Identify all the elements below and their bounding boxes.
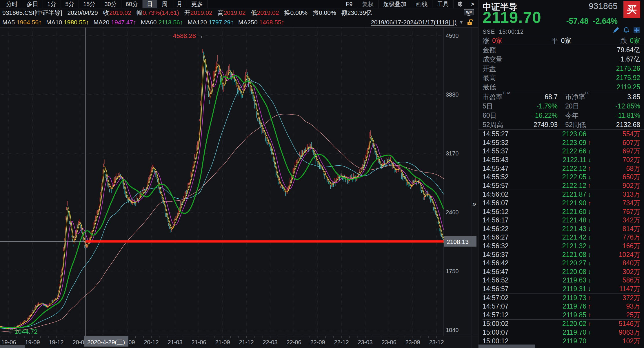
tick-time: 14:56:32 xyxy=(483,242,532,250)
panel-hscrollbar[interactable] xyxy=(479,345,535,348)
svg-text:23-03: 23-03 xyxy=(358,339,372,345)
breadth-label: 涨 xyxy=(483,37,489,44)
tick-row: 15:00:072119.70↓9063万 xyxy=(483,328,640,337)
unlock-icon[interactable] xyxy=(466,18,474,26)
tick-volume: 5146万 xyxy=(597,319,640,328)
tick-up-arrow-icon: ↑ xyxy=(586,139,597,146)
tick-down-arrow-icon: ↓ xyxy=(586,251,597,258)
expand-right-icon[interactable]: > xyxy=(467,0,478,8)
svg-text:1040: 1040 xyxy=(446,327,459,333)
tab-period-周[interactable]: 周 xyxy=(157,0,172,8)
tick-price: 2119.31 xyxy=(532,285,586,293)
tab-period-30分[interactable]: 30分 xyxy=(100,0,121,8)
perf-label: 52周低 xyxy=(565,120,586,129)
quote-field-value: 0.00% xyxy=(319,9,336,16)
tick-volume: 607万 xyxy=(597,138,640,147)
tick-row: 14:55:572122.12↑902万 xyxy=(483,182,640,191)
tick-down-arrow-icon: ↓ xyxy=(586,157,597,164)
chevron-down-icon[interactable]: ▼ xyxy=(459,19,464,25)
toolbar-action-工具[interactable]: 工具 xyxy=(432,0,453,8)
breadth-label: 跌 xyxy=(620,37,627,44)
perf-label: 市盈率TTM xyxy=(483,93,510,102)
tab-period-分时[interactable]: 分时 xyxy=(2,0,22,8)
toolbar-action-画线[interactable]: 画线 xyxy=(411,0,432,8)
chart-hscrollbar[interactable] xyxy=(0,345,25,348)
period-tabs: 分时多日1分5分15分30分60分日周月更多 xyxy=(0,0,208,8)
tab-period-多日[interactable]: 多日 xyxy=(22,0,43,8)
svg-text:21-06: 21-06 xyxy=(191,339,206,345)
ma-value: 1797.29↑ xyxy=(209,19,234,26)
tab-period-5分[interactable]: 5分 xyxy=(61,0,79,8)
ma-item-MA5: MA5 1964.56↑ xyxy=(2,19,41,26)
wp-monitor-icon[interactable]: WP xyxy=(464,9,474,17)
tick-row: 14:56:522119.63↓586万 xyxy=(483,276,640,285)
alert-bell-icon[interactable] xyxy=(623,27,630,34)
edit-pencil-icon[interactable] xyxy=(612,27,619,34)
tick-trade-list[interactable]: 14:55:272123.06554万14:55:322123.09↑607万1… xyxy=(483,130,640,345)
tick-down-arrow-icon: ↓ xyxy=(586,217,597,224)
tick-price: 2120.08 xyxy=(532,268,586,276)
tab-period-月[interactable]: 月 xyxy=(172,0,187,8)
tab-period-更多[interactable]: 更多 xyxy=(187,0,208,8)
symbol-label: 931865.CSI[中证半导] xyxy=(2,9,62,17)
stat-row-成交量: 成交量1.67亿 xyxy=(483,55,640,64)
tick-volume: 902万 xyxy=(597,181,640,190)
quote-field-value: 230.39亿 xyxy=(348,9,372,16)
tick-price: 2122.12 xyxy=(532,182,586,190)
perf-value: 3.85 xyxy=(627,93,640,101)
panel-collapse-icon[interactable]: » xyxy=(472,200,476,208)
toolbar-action-复权[interactable]: 复权 xyxy=(357,0,378,8)
tick-time: 14:56:17 xyxy=(483,216,532,224)
market-breadth-row: 涨0家平0家跌0家 xyxy=(483,37,640,45)
divider xyxy=(479,45,644,45)
perf-label: 20日 xyxy=(565,102,579,111)
tick-up-arrow-icon: ↑ xyxy=(586,294,597,301)
tick-row: 14:55:372122.66↓697万 xyxy=(483,147,640,156)
svg-text:3880: 3880 xyxy=(446,91,459,98)
perf-row: 60日-16.22%今年-11.81% xyxy=(483,111,640,120)
svg-text:2020-4-29(三): 2020-4-29(三) xyxy=(87,339,125,345)
instrument-code: 931865 xyxy=(589,1,618,11)
tick-up-arrow-icon: ↑ xyxy=(586,182,597,189)
tick-down-arrow-icon: ↓ xyxy=(586,268,597,275)
date-range-selector[interactable]: 2019/06/17-2024/01/17(1118日) xyxy=(371,18,456,26)
tick-volume: 372万 xyxy=(597,293,640,302)
quote-field-value: 0.00% xyxy=(290,9,308,16)
tab-period-1分[interactable]: 1分 xyxy=(43,0,61,8)
stat-value: 2175.92 xyxy=(616,74,640,82)
tab-period-15分[interactable]: 15分 xyxy=(79,0,100,8)
tick-price: 2122.11 xyxy=(532,156,586,164)
quote-field-低: 低2019.02 xyxy=(251,9,279,17)
tick-volume: 342万 xyxy=(597,216,640,225)
tab-period-日[interactable]: 日 xyxy=(143,0,157,8)
tick-row: 14:56:272121.42↓776万 xyxy=(483,233,640,242)
toolbar-action-超级叠加[interactable]: 超级叠加 xyxy=(378,0,411,8)
tick-price: 2122.12 xyxy=(532,165,586,173)
svg-text:22-06: 22-06 xyxy=(286,339,301,345)
tab-period-60分[interactable]: 60分 xyxy=(121,0,143,8)
tick-row: 14:55:522122.05↓650万 xyxy=(483,173,640,182)
add-plus-icon[interactable] xyxy=(633,27,640,34)
tick-volume: 102万 xyxy=(597,337,640,346)
tick-volume: 814万 xyxy=(597,224,640,233)
ma-value: 2113.56↑ xyxy=(158,19,183,26)
last-price: 2119.70 xyxy=(483,8,541,27)
tick-row: 15:00:022120.02↑5146万 xyxy=(483,320,640,328)
gear-icon[interactable] xyxy=(453,0,467,8)
tick-time: 14:56:02 xyxy=(483,191,532,198)
tick-price: 2119.63 xyxy=(532,276,586,284)
tick-row: 14:57:122119.85↑25万 xyxy=(483,311,640,320)
stat-label: 金额 xyxy=(483,46,496,55)
buy-button[interactable]: 买 xyxy=(623,1,640,18)
tick-time: 14:56:22 xyxy=(483,225,532,233)
price-change: -57.48 -2.64% xyxy=(566,17,618,26)
svg-text:4588.28: 4588.28 xyxy=(173,32,196,39)
tick-price: 2119.70 xyxy=(532,337,586,345)
perf-label: 5日 xyxy=(483,102,493,111)
tick-up-arrow-icon: ↑ xyxy=(586,303,597,310)
toolbar-action-F9[interactable]: F9 xyxy=(341,0,357,8)
price-chart[interactable]: 45903880317024601750104019-0619-0919-122… xyxy=(0,27,478,348)
tick-time: 14:57:12 xyxy=(483,311,532,319)
tick-price: 2121.87 xyxy=(532,191,586,198)
stat-value: 2119.25 xyxy=(617,83,640,91)
